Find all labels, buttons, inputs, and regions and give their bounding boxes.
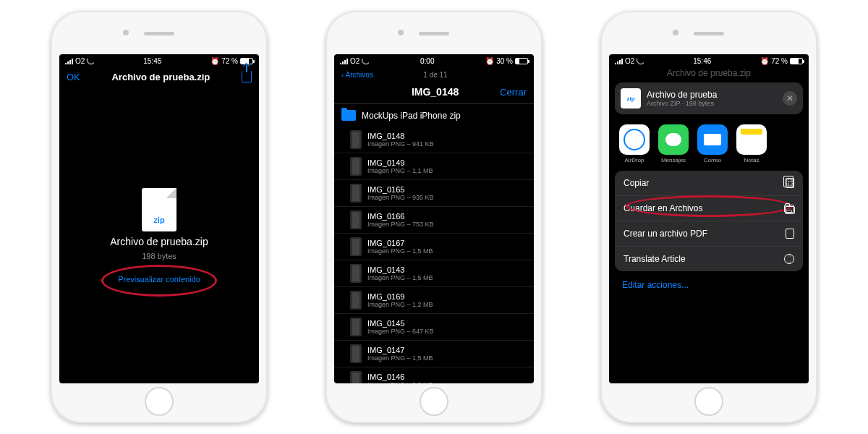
thumbnail-icon	[350, 344, 362, 363]
thumbnail-icon	[350, 371, 362, 383]
list-item[interactable]: IMG_0167Imagen PNG – 1,5 MB	[334, 234, 534, 260]
page-title: Archivo de prueba.zip	[111, 72, 210, 82]
share-app-notes[interactable]: Notas	[736, 124, 767, 163]
clock: 15:46	[693, 57, 711, 65]
thumbnail-icon	[350, 264, 362, 283]
actions-list: CopiarGuardar en ArchivosCrear un archiv…	[615, 171, 803, 271]
notes-icon	[736, 124, 767, 155]
home-button[interactable]	[145, 387, 174, 416]
action-folder[interactable]: Guardar en Archivos	[615, 196, 803, 221]
phone-mockup-1: O2 15:45 ⏰72 % OK Archivo de prueba.zip …	[51, 11, 268, 423]
phone-mockup-2: O2 0:00 ⏰30 % ‹ Archivos 1 de 11 IMG_014…	[326, 11, 542, 423]
folder-icon	[784, 205, 794, 213]
thumbnail-icon	[350, 157, 362, 176]
folder-icon	[341, 110, 356, 121]
file-name: Archivo de prueba.zip	[110, 236, 208, 247]
status-bar: O2 15:45 ⏰72 %	[59, 54, 259, 67]
share-app-msg[interactable]: Mensajes	[658, 124, 689, 163]
edit-actions-link[interactable]: Editar acciones...	[609, 271, 809, 299]
clock: 15:45	[143, 57, 161, 65]
nav-secondary: ‹ Archivos 1 de 11	[334, 67, 534, 83]
pdf-icon	[786, 229, 794, 239]
list-item[interactable]: IMG_0149Imagen PNG – 1,1 MB	[334, 153, 534, 180]
folder-header[interactable]: MockUps iPad iPhone zip	[334, 104, 534, 127]
thumbnail-icon	[350, 318, 362, 336]
list-item[interactable]: IMG_0169Imagen PNG – 1,2 MB	[334, 287, 534, 314]
zip-mini-icon: zip	[621, 88, 641, 109]
thumbnail-icon	[350, 237, 362, 256]
close-icon[interactable]: ✕	[783, 91, 797, 106]
back-link[interactable]: ‹ Archivos	[341, 71, 373, 79]
list-item[interactable]: IMG_0147Imagen PNG – 1,5 MB	[334, 341, 534, 367]
action-pdf[interactable]: Crear un archivo PDF	[615, 221, 803, 247]
copy-icon	[786, 178, 794, 188]
zip-file-icon: zip	[142, 188, 176, 231]
nav-bar: OK Archivo de prueba.zip	[59, 67, 259, 88]
share-sheet-header: zip Archivo de pruebaArchivo ZIP · 198 b…	[615, 82, 803, 114]
wifi-icon	[87, 59, 94, 64]
globe-icon	[784, 254, 794, 264]
home-button[interactable]	[694, 387, 723, 416]
mail-icon	[697, 124, 728, 155]
list-item[interactable]: IMG_0165Imagen PNG – 935 KB	[334, 180, 534, 207]
status-bar: O2 15:46 ⏰72 %	[609, 54, 809, 67]
thumbnail-icon	[350, 210, 362, 229]
thumbnail-icon	[350, 130, 362, 149]
list-item[interactable]: IMG_0148Imagen PNG – 941 KB	[334, 127, 534, 153]
action-copy[interactable]: Copiar	[615, 171, 803, 196]
share-app-mail[interactable]: Correo	[697, 124, 728, 163]
signal-icon	[65, 59, 73, 64]
msg-icon	[658, 124, 689, 155]
ok-button[interactable]: OK	[67, 72, 80, 82]
list-item[interactable]: IMG_0166Imagen PNG – 753 KB	[334, 207, 534, 234]
thumbnail-icon	[350, 291, 362, 310]
home-button[interactable]	[420, 387, 448, 416]
list-item[interactable]: IMG_0145Imagen PNG – 647 KB	[334, 314, 534, 341]
share-icon[interactable]	[242, 71, 252, 82]
thumbnail-icon	[350, 184, 362, 203]
phone-mockup-3: O2 15:46 ⏰72 % Archivo de prueba.zip zip…	[600, 11, 817, 423]
share-apps-row: AirDropMensajesCorreoNotas	[609, 120, 809, 171]
status-bar: O2 0:00 ⏰30 %	[334, 54, 534, 67]
list-item[interactable]: IMG_0143Imagen PNG – 1,5 MB	[334, 260, 534, 287]
close-button[interactable]: Cerrar	[500, 87, 527, 98]
list-item[interactable]: IMG_0146Imagen PNG – 2,3 MB	[334, 367, 534, 383]
share-app-airdrop[interactable]: AirDrop	[619, 124, 650, 163]
airdrop-icon	[619, 124, 650, 155]
highlight-ellipse	[101, 265, 217, 297]
file-size: 198 bytes	[142, 252, 176, 260]
background-title: Archivo de prueba.zip	[609, 67, 809, 82]
file-list[interactable]: IMG_0148Imagen PNG – 941 KBIMG_0149Image…	[334, 127, 534, 383]
clock: 0:00	[420, 57, 434, 65]
action-globe[interactable]: Translate Article	[615, 247, 803, 271]
